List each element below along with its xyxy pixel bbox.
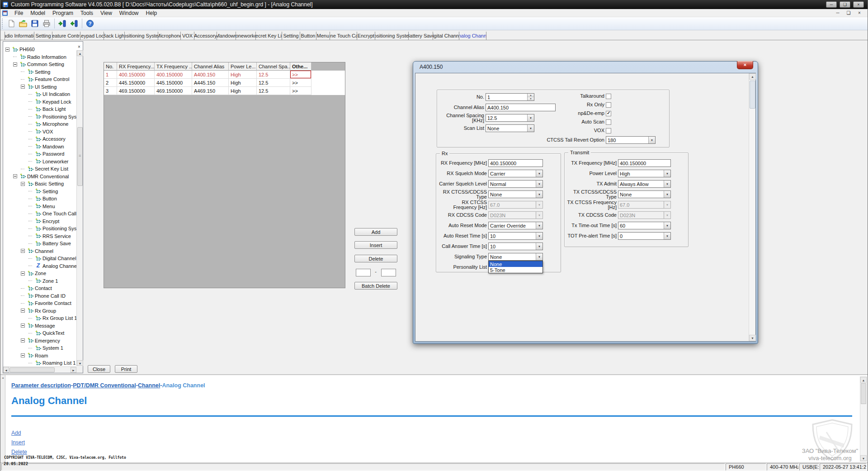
table-cell[interactable]: 12.5: [257, 79, 290, 87]
table-cell[interactable]: 400.150000: [155, 71, 192, 79]
table-cell[interactable]: 12.5: [257, 71, 290, 79]
scroll-down-icon[interactable]: ▼: [860, 455, 867, 461]
tree-item-quicktext[interactable]: QuickText: [4, 329, 76, 337]
tree-item-ui-indication[interactable]: UI Indication: [4, 90, 76, 98]
maximize-icon[interactable]: ❏: [840, 1, 850, 8]
save-file-icon[interactable]: [29, 18, 40, 29]
tree-item-back-light[interactable]: Back Light: [4, 105, 76, 113]
dialog-vertical-scrollbar[interactable]: ▲ ▼: [749, 73, 755, 341]
minimize-icon[interactable]: ─: [826, 1, 837, 8]
tree-item-accessory[interactable]: Accessory: [4, 135, 76, 143]
scrollbar-thumb[interactable]: [750, 81, 755, 109]
tree-item-one-touch-call[interactable]: One Touch Call: [4, 210, 76, 218]
tab-menu[interactable]: Menu: [316, 32, 330, 40]
other-settings-cell[interactable]: >>: [290, 71, 311, 79]
delete-button[interactable]: Delete: [354, 255, 397, 262]
tree-item-encrypt[interactable]: Encrypt: [4, 218, 76, 225]
insert-button[interactable]: Insert: [354, 241, 397, 249]
collapse-icon[interactable]: [21, 249, 25, 253]
tree-vertical-scrollbar[interactable]: ▲ ▼: [76, 50, 83, 366]
auto-reset-time-s-combo[interactable]: 10▼: [488, 232, 543, 240]
table-row[interactable]: 1400.150000400.150000A400.150High12.5>>: [104, 71, 345, 79]
scrollbar-thumb[interactable]: [9, 367, 55, 372]
other-settings-cell[interactable]: >>: [290, 87, 311, 95]
tree-item-positioning-system[interactable]: Positioning System: [4, 225, 76, 233]
table-cell[interactable]: 400.150000: [117, 71, 155, 79]
table-cell[interactable]: A400.150: [192, 71, 229, 79]
table-cell[interactable]: 1: [104, 71, 117, 79]
menu-view[interactable]: View: [97, 9, 116, 17]
chevron-down-icon[interactable]: ▼: [664, 181, 670, 187]
table-row[interactable]: 3469.150000469.150000A469.150High12.5>>: [104, 87, 345, 95]
other-settings-cell[interactable]: >>: [290, 79, 311, 87]
print-icon[interactable]: [41, 18, 52, 29]
chevron-down-icon[interactable]: ▼: [536, 181, 542, 187]
np-de-emp-checkbox[interactable]: [606, 111, 611, 116]
dialog-close-icon[interactable]: ×: [737, 61, 753, 69]
collapse-icon[interactable]: [21, 338, 25, 343]
tree-item-battery-save[interactable]: Battery Save: [4, 240, 76, 247]
tree-item-positioning-system[interactable]: Positioning System: [4, 113, 76, 121]
table-cell[interactable]: 2: [104, 79, 117, 87]
new-file-icon[interactable]: [6, 18, 17, 29]
tree-item-setting[interactable]: Setting: [4, 188, 76, 195]
table-cell[interactable]: A469.150: [192, 87, 229, 95]
tab-setting[interactable]: Setting: [34, 32, 52, 40]
tree-item-emergency[interactable]: Emergency: [4, 337, 76, 345]
table-cell[interactable]: 445.150000: [117, 79, 155, 87]
tree-item-microphone[interactable]: Microphone: [4, 120, 76, 128]
print-button[interactable]: Print: [115, 365, 137, 373]
scroll-down-icon[interactable]: ▼: [77, 360, 83, 366]
tab-secret-key-list[interactable]: Secret Key List: [256, 32, 282, 40]
tab-back-light[interactable]: Back Light: [104, 32, 125, 40]
tree-item-zone-1[interactable]: Zone 1: [4, 277, 76, 285]
tab-mandown[interactable]: Mandown: [217, 32, 236, 40]
scroll-up-icon[interactable]: ▲: [77, 50, 83, 56]
tree-item-feature-control[interactable]: Feature Control: [4, 76, 76, 83]
breadcrumb-parameter-description[interactable]: Parameter description: [11, 382, 71, 389]
table-cell[interactable]: High: [229, 87, 257, 95]
tot-pre-alert-time-s-combo[interactable]: 0▼: [618, 232, 671, 240]
menu-tools[interactable]: Tools: [77, 9, 97, 17]
help-link-insert[interactable]: Insert: [11, 439, 27, 445]
write-to-radio-icon[interactable]: [69, 18, 80, 29]
talkaround-checkbox[interactable]: [606, 94, 611, 99]
tree-item-channel[interactable]: Channel: [4, 247, 76, 255]
batch-delete-button[interactable]: Batch Delete: [354, 282, 397, 290]
tree-item-secret-key-list[interactable]: Secret Key List: [4, 165, 76, 173]
tree-item-ui-setting[interactable]: UI Setting: [4, 83, 76, 91]
tree-item-contact[interactable]: Contact: [4, 285, 76, 292]
menu-help[interactable]: Help: [142, 9, 161, 17]
chevron-down-icon[interactable]: ▼: [536, 243, 542, 250]
table-cell[interactable]: 469.150000: [117, 87, 155, 95]
tree-horizontal-scrollbar[interactable]: ◄ ►: [3, 366, 76, 373]
tab-radio-information[interactable]: Radio Information: [5, 32, 34, 40]
add-button[interactable]: Add: [354, 228, 397, 236]
tree-close-icon[interactable]: ×: [76, 44, 82, 50]
help-vertical-scrollbar[interactable]: ▲ ▼: [860, 376, 867, 461]
table-cell[interactable]: 12.5: [257, 87, 290, 95]
chevron-down-icon[interactable]: ▼: [664, 170, 670, 177]
ctcss-tail-revert-option-combo[interactable]: 180▼: [606, 136, 656, 144]
tab-vox[interactable]: VOX: [181, 32, 194, 40]
scroll-up-icon[interactable]: ▲: [749, 73, 756, 80]
tree-item-mandown[interactable]: Mandown: [4, 143, 76, 151]
auto-scan-checkbox[interactable]: [606, 119, 611, 125]
tab-accessory[interactable]: Accessory: [194, 32, 217, 40]
help-close-icon[interactable]: ×: [1, 376, 5, 381]
no-spinner[interactable]: 1▲▼: [486, 93, 534, 101]
tree-item-roaming-list-1[interactable]: Roaming List 1: [4, 359, 76, 367]
chevron-down-icon[interactable]: ▼: [536, 222, 542, 229]
table-cell[interactable]: 469.150000: [155, 87, 192, 95]
help-icon[interactable]: ?: [85, 18, 95, 29]
tree-item-password[interactable]: Password: [4, 150, 76, 158]
collapse-icon[interactable]: [21, 353, 25, 357]
collapse-icon[interactable]: [21, 182, 25, 186]
tab-digital-channel[interactable]: Digital Channel: [433, 32, 459, 40]
tree-item-zone[interactable]: Zone: [4, 270, 76, 277]
tree-item-radio-information[interactable]: Radio Information: [4, 53, 76, 61]
power-level-combo[interactable]: High▼: [618, 170, 671, 177]
scrollbar-thumb[interactable]: [861, 383, 866, 404]
tab-setting[interactable]: Setting: [282, 32, 300, 40]
table-row[interactable]: 2445.150000445.150000A445.150High12.5>>: [104, 79, 345, 87]
